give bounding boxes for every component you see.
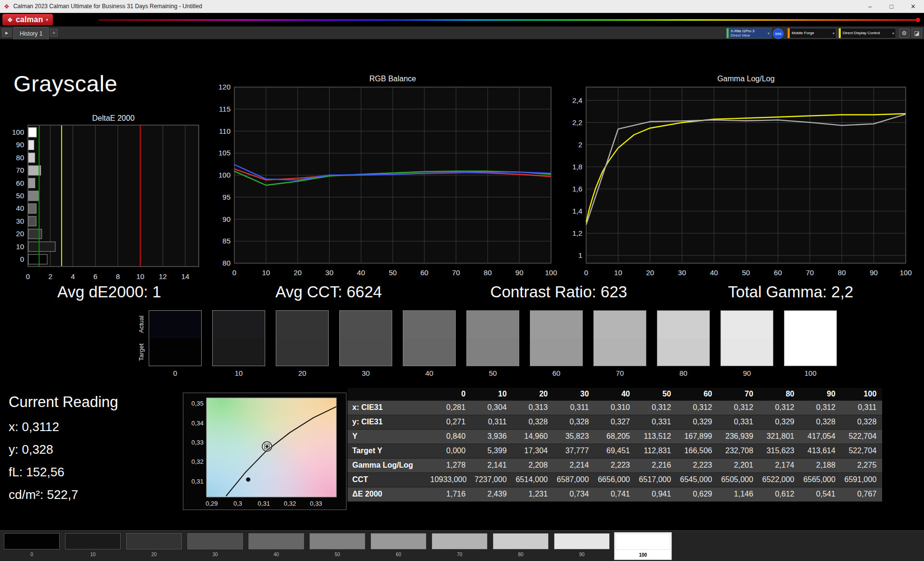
table-cell: 0,629 bbox=[677, 487, 718, 501]
table-cell: 417,054 bbox=[800, 429, 841, 444]
table-cell: 413,614 bbox=[800, 444, 841, 458]
pattern-patch-50[interactable]: 50 bbox=[308, 532, 366, 560]
add-tab-button[interactable]: + bbox=[50, 29, 58, 37]
pattern-patch-20[interactable]: 20 bbox=[125, 532, 183, 560]
close-button[interactable]: ✕ bbox=[902, 0, 924, 13]
pattern-patch-40[interactable]: 40 bbox=[247, 532, 305, 560]
grayscale-swatch-60: 60 bbox=[530, 310, 583, 377]
deltae-bar-10 bbox=[28, 242, 55, 252]
pattern-patch-0[interactable]: 0 bbox=[3, 532, 61, 560]
meter-mode: Direct View bbox=[731, 33, 766, 38]
axis-label: 0 bbox=[26, 272, 30, 280]
axis-label: 90 bbox=[16, 140, 24, 149]
display-control-dropdown[interactable]: Direct Display Control ▾ bbox=[838, 28, 896, 38]
table-cell: 522,704 bbox=[841, 444, 882, 458]
table-cell: 2,223 bbox=[595, 458, 636, 472]
pattern-patch-60[interactable]: 60 bbox=[370, 532, 427, 560]
pattern-patch-10[interactable]: 10 bbox=[64, 532, 122, 560]
axis-label: 1,8 bbox=[572, 163, 582, 171]
axis-label: 6 bbox=[93, 272, 97, 280]
pattern-patch-30[interactable]: 30 bbox=[186, 532, 244, 560]
deltae-bar-50 bbox=[28, 191, 38, 201]
table-corner-cell bbox=[347, 388, 430, 400]
table-column-header: 0 bbox=[430, 388, 471, 400]
axis-label: 120 bbox=[218, 83, 231, 91]
grayscale-swatch-90: 90 bbox=[720, 310, 773, 377]
tab-history-1[interactable]: History 1 bbox=[13, 27, 49, 39]
tab-toolbar: ▶ History 1 + X-Rite i1Pro 3 Direct View… bbox=[0, 26, 924, 39]
swatch-actual bbox=[276, 311, 328, 338]
stat-avg-cct: Avg CCT: 6624 bbox=[275, 283, 382, 301]
table-row-y: Y0,8403,93614,96035,82368,205113,512167,… bbox=[347, 429, 882, 444]
patch-color bbox=[493, 533, 549, 549]
table-cell: 113,512 bbox=[636, 429, 677, 444]
table-cell: 0,328 bbox=[553, 415, 594, 429]
table-cell: 35,823 bbox=[553, 429, 594, 444]
axis-label: 1,4 bbox=[572, 207, 582, 215]
axis-label: 60 bbox=[774, 268, 782, 277]
table-cell: 0,941 bbox=[636, 487, 677, 501]
sidebar-expander-button[interactable]: ▶ bbox=[2, 28, 12, 37]
grayscale-swatch-100: 100 bbox=[784, 310, 837, 377]
patch-color bbox=[371, 533, 426, 549]
calman-logo-button[interactable]: ❖ calman ▾ bbox=[2, 14, 53, 26]
swatch-target bbox=[340, 338, 392, 366]
axis-label: 0,33 bbox=[192, 439, 204, 446]
gear-icon[interactable]: ⚙ bbox=[899, 28, 910, 38]
table-column-header: 20 bbox=[513, 388, 553, 400]
grayscale-data-table: 0102030405060708090100x: CIE310,2810,304… bbox=[347, 388, 882, 502]
chevron-down-icon: ▾ bbox=[892, 31, 896, 36]
patch-color bbox=[4, 533, 60, 549]
swatch-target bbox=[594, 338, 646, 366]
layout-panel-icon[interactable]: ◪ bbox=[911, 28, 922, 38]
table-cell: 112,831 bbox=[636, 444, 677, 458]
brand-name: calman bbox=[16, 15, 43, 24]
grayscale-swatch-30: 30 bbox=[339, 310, 392, 377]
pattern-patch-80[interactable]: 80 bbox=[492, 532, 550, 560]
gamma-loglog-chart: 010203040506070809010011,21,41,61,822,22… bbox=[563, 71, 924, 289]
deltae-bar-20 bbox=[28, 229, 42, 239]
axis-label: 0,34 bbox=[192, 420, 204, 427]
pattern-patch-70[interactable]: 70 bbox=[431, 532, 488, 560]
axis-label: 20 bbox=[646, 268, 654, 277]
axis-label: 100 bbox=[545, 268, 557, 277]
table-column-header: 40 bbox=[595, 388, 636, 400]
swatch-box bbox=[784, 310, 837, 366]
table-cell: 0,328 bbox=[800, 415, 841, 429]
table-header-row: 0102030405060708090100 bbox=[347, 388, 882, 400]
table-cell: 0,541 bbox=[800, 487, 841, 501]
reading-x: x: 0,3112 bbox=[9, 420, 59, 434]
swatch-target bbox=[276, 338, 328, 366]
table-cell: 0,312 bbox=[636, 400, 677, 415]
table-cell: 2,223 bbox=[677, 458, 718, 472]
axis-label: 80 bbox=[16, 153, 24, 162]
swatch-actual bbox=[657, 311, 709, 338]
calman-diamond-icon: ❖ bbox=[7, 16, 13, 24]
table-row-label: y: CIE31 bbox=[347, 415, 430, 429]
deltae-bar-80 bbox=[28, 153, 35, 163]
minimize-button[interactable]: – bbox=[859, 0, 881, 13]
table-cell: 37,777 bbox=[553, 444, 594, 458]
axis-label: 40 bbox=[357, 268, 365, 277]
swatch-box bbox=[720, 310, 773, 366]
table-column-header: 70 bbox=[718, 388, 759, 400]
axis-label: 50 bbox=[389, 268, 397, 277]
pattern-patch-90[interactable]: 90 bbox=[553, 532, 611, 560]
pattern-patch-100[interactable]: 100 bbox=[614, 532, 672, 560]
maximize-button[interactable]: □ bbox=[881, 0, 902, 13]
axis-label: 0,33 bbox=[310, 500, 322, 507]
swatch-actual bbox=[721, 311, 773, 338]
patch-color bbox=[187, 533, 243, 549]
meter-dropdown[interactable]: X-Rite i1Pro 3 Direct View ▾ bbox=[726, 28, 771, 38]
window-titlebar: ❖ Calman 2023 Calman Ultimate for Busine… bbox=[0, 0, 924, 13]
axis-label: 2 bbox=[578, 140, 582, 149]
axis-label: 0,29 bbox=[205, 500, 218, 507]
stat-avg-de2000: Avg dE2000: 1 bbox=[57, 283, 161, 301]
source-dropdown[interactable]: Mobile Forge ▾ bbox=[787, 28, 836, 38]
axis-label: 110 bbox=[219, 127, 231, 135]
axis-label: 20 bbox=[16, 230, 24, 238]
table-column-header: 80 bbox=[759, 388, 800, 400]
table-cell: 2,214 bbox=[553, 458, 594, 472]
table-cell: 0,312 bbox=[677, 400, 718, 415]
swatch-level-label: 80 bbox=[657, 369, 710, 377]
